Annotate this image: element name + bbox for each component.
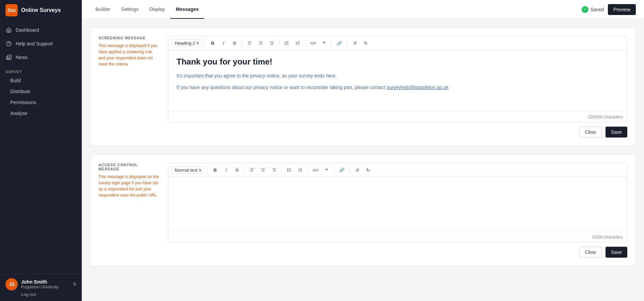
logout-link[interactable]: Log out	[5, 292, 76, 297]
screening-message-editor: Heading 2 ⇅ B I S	[168, 36, 627, 123]
toolbar-style-label: Heading 2	[175, 41, 195, 46]
access-control-editor-footer: 0/500 characters	[168, 232, 627, 242]
bold-button-2[interactable]: B	[210, 165, 220, 175]
undo-button[interactable]: ↺	[350, 38, 359, 48]
access-control-clear-button[interactable]: Clear	[579, 247, 602, 258]
screening-editor-content[interactable]: Thank you for your time! It's important …	[168, 50, 627, 112]
screening-message-desc: This message is displayed if you have ap…	[98, 43, 160, 67]
screening-content-heading: Thank you for your time!	[177, 57, 619, 67]
sidebar-sub-label: Build	[10, 78, 21, 83]
saved-check-icon: ✓	[582, 6, 588, 13]
home-icon	[5, 27, 12, 33]
svg-point-33	[288, 170, 288, 170]
tab-builder[interactable]: Builder	[90, 0, 116, 19]
screening-content-para1: It's important that you agree to the pri…	[177, 72, 619, 80]
svg-point-32	[288, 169, 288, 169]
sidebar-item-dashboard[interactable]: Dashboard	[0, 23, 82, 37]
access-control-section: ACCESS CONTROL MESSAGE This message is d…	[90, 154, 636, 266]
svg-point-16	[285, 44, 286, 44]
link-button-2[interactable]: 🔗	[337, 165, 347, 175]
sidebar-item-news[interactable]: News	[0, 51, 82, 64]
user-details: John Smith Poppleton University	[21, 279, 70, 289]
jisc-logo: Jisc	[5, 4, 18, 16]
access-control-toolbar: Normal text ⇅ B I S	[168, 163, 627, 177]
code-button-2[interactable]: </>	[311, 165, 320, 175]
toolbar-divider-4	[305, 40, 306, 46]
sidebar-footer: JS John Smith Poppleton University ⇅ Log…	[0, 274, 82, 301]
undo-button-2[interactable]: ↺	[352, 165, 362, 175]
italic-button-2[interactable]: I	[221, 165, 231, 175]
access-control-editor: Normal text ⇅ B I S	[168, 163, 627, 243]
screening-message-inner: SCREENING MESSAGE This message is displa…	[98, 36, 627, 138]
align-center-button[interactable]	[256, 38, 265, 48]
code-button[interactable]: </>	[308, 38, 318, 48]
screening-toolbar: Heading 2 ⇅ B I S	[168, 36, 627, 50]
align-right-button-2[interactable]	[269, 165, 279, 175]
access-control-save-button[interactable]: Save	[605, 247, 627, 258]
svg-point-15	[285, 43, 286, 43]
tab-settings[interactable]: Settings	[116, 0, 144, 19]
toolbar-divider-a3	[281, 167, 282, 173]
sidebar-item-analyse[interactable]: Analyse	[0, 108, 82, 119]
survey-section-label: SURVEY	[0, 64, 82, 75]
quote-button-2[interactable]: ❝	[322, 165, 331, 175]
sidebar-item-build[interactable]: Build	[0, 75, 82, 86]
sidebar-item-help[interactable]: Help and Support	[0, 37, 82, 51]
link-button[interactable]: 🔗	[335, 38, 344, 48]
access-control-desc: This message is displayed on the survey …	[98, 174, 160, 198]
toolbar-style-select-2[interactable]: Normal text ⇅	[172, 166, 204, 174]
app-title: Online Surveys	[21, 7, 61, 13]
toolbar-divider-a4	[308, 167, 308, 173]
tab-messages[interactable]: Messages	[170, 0, 204, 19]
chevron-up-down-icon-2: ⇅	[199, 168, 201, 172]
ordered-list-button[interactable]	[293, 38, 303, 48]
redo-button-2[interactable]: ↻	[363, 165, 373, 175]
sidebar-sub-label: Permissions	[10, 100, 36, 105]
top-bar: Builder Settings Display Messages ✓ Save…	[82, 0, 644, 19]
align-right-button[interactable]	[267, 38, 276, 48]
access-control-label: ACCESS CONTROL MESSAGE	[98, 163, 160, 171]
chevron-up-down-icon[interactable]: ⇅	[73, 282, 76, 287]
ordered-list-button-2[interactable]	[295, 165, 305, 175]
screening-clear-button[interactable]: Clear	[579, 127, 602, 138]
bold-button[interactable]: B	[208, 38, 217, 48]
avatar: JS	[5, 278, 18, 290]
access-control-char-count: 0/500 characters	[593, 235, 623, 240]
align-left-button[interactable]	[245, 38, 255, 48]
toolbar-divider-a1	[207, 167, 208, 173]
toolbar-style-select[interactable]: Heading 2 ⇅	[172, 39, 202, 47]
sidebar-header: Jisc Online Surveys	[0, 0, 82, 20]
tab-display[interactable]: Display	[144, 0, 170, 19]
access-control-editor-wrapper: Normal text ⇅ B I S	[168, 163, 627, 258]
svg-point-14	[285, 42, 286, 42]
user-org: Poppleton University	[21, 285, 70, 289]
unordered-list-button[interactable]	[282, 38, 292, 48]
screening-email-link[interactable]: surveyhelp@poppleton.ac.uk	[387, 85, 448, 90]
align-center-button-2[interactable]	[258, 165, 268, 175]
toolbar-divider-6	[347, 40, 347, 46]
access-control-editor-content[interactable]	[168, 177, 627, 232]
redo-button[interactable]: ↻	[361, 38, 370, 48]
strikethrough-button-2[interactable]: S	[232, 165, 242, 175]
saved-label: Saved	[591, 7, 604, 12]
unordered-list-button-2[interactable]	[285, 165, 294, 175]
user-name: John Smith	[21, 279, 70, 285]
toolbar-divider-5	[332, 40, 332, 46]
sidebar-item-permissions[interactable]: Permissions	[0, 97, 82, 108]
align-left-button-2[interactable]	[247, 165, 257, 175]
toolbar-divider-2	[242, 40, 242, 46]
screening-message-label: SCREENING MESSAGE	[98, 36, 160, 40]
top-tabs: Builder Settings Display Messages	[90, 0, 582, 18]
top-bar-actions: ✓ Saved Preview	[582, 4, 636, 15]
quote-button[interactable]: ❝	[319, 38, 329, 48]
screening-save-button[interactable]: Save	[605, 127, 627, 138]
preview-button[interactable]: Preview	[608, 4, 636, 15]
access-control-inner: ACCESS CONTROL MESSAGE This message is d…	[98, 163, 627, 258]
strikethrough-button[interactable]: S	[230, 38, 239, 48]
italic-button[interactable]: I	[219, 38, 228, 48]
sidebar-sub-label: Analyse	[10, 111, 27, 116]
newspaper-icon	[5, 54, 12, 61]
sidebar-item-distribute[interactable]: Distribute	[0, 86, 82, 97]
toolbar-style-label-2: Normal text	[175, 168, 197, 173]
access-control-message-actions: Clear Save	[168, 243, 627, 258]
